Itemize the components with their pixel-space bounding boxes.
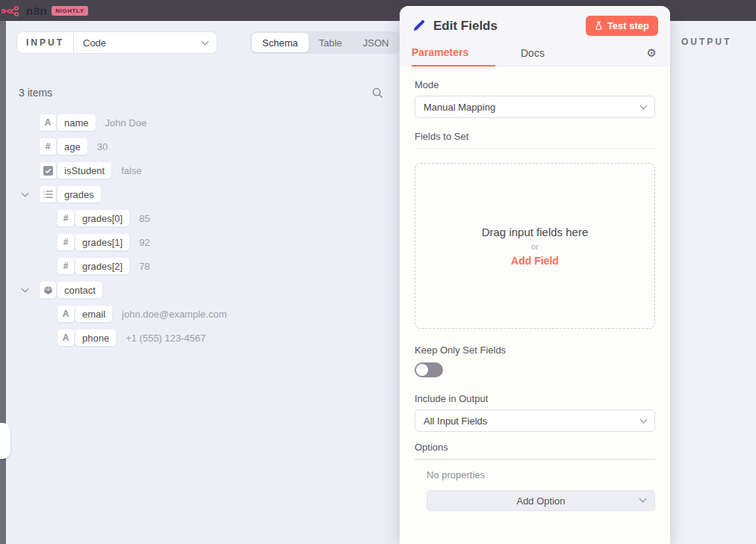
field-pill-isStudent[interactable]: isStudent: [40, 162, 111, 179]
tree-row: Aphone+1 (555) 123-4567: [7, 330, 396, 346]
tab-json[interactable]: JSON: [353, 33, 400, 52]
tab-schema[interactable]: Schema: [252, 33, 309, 52]
chevron-down-icon: [640, 102, 648, 110]
expand-chevron-icon[interactable]: [22, 288, 40, 291]
tab-parameters[interactable]: Parameters: [412, 46, 495, 67]
number-type-icon: #: [58, 210, 74, 226]
field-pill-contact[interactable]: contact: [40, 282, 102, 298]
tree-row: isStudentfalse: [7, 162, 396, 179]
or-text: or: [531, 242, 539, 251]
string-type-icon: A: [63, 333, 69, 343]
pencil-icon: [412, 19, 426, 33]
field-key: age: [58, 138, 87, 155]
tree-row: Aemailjohn.doe@example.com: [7, 306, 396, 322]
field-value: 78: [139, 261, 149, 272]
string-type-icon: A: [58, 306, 74, 322]
drag-drop-zone[interactable]: Drag input fields here or Add Field: [415, 163, 655, 329]
include-in-output-label: Include in Output: [415, 393, 655, 404]
field-value: +1 (555) 123-4567: [126, 333, 205, 344]
tree-row: grades: [7, 186, 396, 203]
tab-docs[interactable]: Docs: [519, 47, 546, 66]
object-type-icon: [43, 285, 53, 295]
expand-chevron-icon[interactable]: [22, 193, 40, 196]
field-pill-name[interactable]: Aname: [40, 114, 96, 131]
field-key: grades[1]: [75, 234, 129, 250]
divider: [415, 148, 655, 149]
search-icon[interactable]: [371, 87, 384, 102]
number-type-icon: #: [63, 237, 69, 247]
drag-hint-text: Drag input fields here: [482, 226, 589, 238]
output-panel: OUTPUT: [671, 21, 756, 544]
field-pill-grades[interactable]: grades: [40, 186, 101, 203]
chevron-down-icon: [202, 38, 209, 46]
field-key: name: [58, 114, 96, 131]
tree-row: #grades[2]78: [7, 258, 396, 274]
field-key: grades[0]: [75, 210, 129, 226]
input-source-select[interactable]: Code: [74, 31, 217, 54]
field-value: John Doe: [105, 117, 147, 129]
field-pill-age[interactable]: #age: [40, 138, 87, 155]
field-pill-email[interactable]: Aemail: [58, 306, 112, 322]
field-value: false: [121, 165, 141, 176]
dialog-header: Edit Fields Test step Parameters Docs ⚙: [400, 6, 670, 67]
number-type-icon: #: [58, 258, 74, 274]
number-type-icon: #: [46, 141, 51, 152]
array-type-icon: [40, 186, 56, 203]
tree-row: #grades[0]85: [7, 210, 396, 226]
mode-select[interactable]: Manual Mapping: [415, 96, 655, 118]
flask-icon: [595, 21, 603, 31]
options-label: Options: [415, 442, 655, 453]
items-count: 3 items: [19, 87, 52, 99]
output-panel-label: OUTPUT: [681, 37, 731, 47]
n8n-logo[interactable]: n8n NIGHTLY: [0, 4, 88, 17]
number-type-icon: #: [63, 213, 69, 223]
number-type-icon: #: [58, 234, 74, 250]
dialog-tabs: Parameters Docs ⚙: [412, 46, 658, 67]
add-field-link[interactable]: Add Field: [511, 255, 559, 267]
input-source-value: Code: [83, 37, 106, 49]
field-pill-grades[1][interactable]: #grades[1]: [58, 234, 129, 250]
sidebar-toggle-handle[interactable]: [0, 423, 10, 459]
logo-text: n8n: [26, 4, 47, 17]
dialog-body: Mode Manual Mapping Fields to Set Drag i…: [400, 67, 670, 511]
test-step-button[interactable]: Test step: [586, 16, 658, 36]
no-properties-text: No properties: [427, 469, 655, 480]
tree-row: #age30: [7, 138, 396, 155]
collapsed-sidebar: [0, 21, 6, 544]
field-key: grades: [58, 186, 101, 203]
include-select-value: All Input Fields: [424, 415, 487, 427]
chevron-down-icon: [639, 495, 647, 503]
nightly-badge: NIGHTLY: [52, 6, 88, 16]
field-value: 92: [139, 237, 149, 248]
add-option-button[interactable]: Add Option: [427, 490, 655, 511]
mode-select-value: Manual Mapping: [424, 102, 495, 113]
boolean-type-icon: [43, 166, 53, 176]
tree-row: AnameJohn Doe: [7, 114, 396, 131]
divider: [415, 459, 655, 460]
field-key: email: [75, 306, 112, 322]
field-pill-grades[2][interactable]: #grades[2]: [58, 258, 129, 274]
string-type-icon: A: [45, 117, 52, 128]
field-pill-grades[0][interactable]: #grades[0]: [58, 210, 129, 226]
edit-fields-dialog: Edit Fields Test step Parameters Docs ⚙ …: [400, 6, 670, 544]
dialog-title: Edit Fields: [433, 19, 586, 34]
view-mode-tabs: Schema Table JSON: [250, 31, 400, 54]
n8n-logo-icon: [1, 5, 22, 16]
field-pill-phone[interactable]: Aphone: [58, 330, 116, 346]
tab-table[interactable]: Table: [309, 33, 353, 52]
number-type-icon: #: [63, 261, 69, 271]
gear-icon[interactable]: ⚙: [647, 46, 657, 60]
tree-row: contact: [7, 282, 396, 298]
input-panel-label: INPUT: [16, 31, 74, 54]
field-key: grades[2]: [75, 258, 129, 274]
tree-row: #grades[1]92: [7, 234, 396, 250]
include-in-output-select[interactable]: All Input Fields: [415, 409, 655, 432]
field-value: john.doe@example.com: [122, 309, 226, 320]
test-step-label: Test step: [607, 20, 649, 31]
boolean-type-icon: [40, 162, 56, 179]
string-type-icon: A: [63, 309, 69, 319]
field-key: contact: [58, 282, 102, 298]
array-type-icon: [43, 190, 53, 199]
toggle-knob: [416, 364, 428, 376]
keep-only-set-fields-toggle[interactable]: [415, 362, 443, 377]
